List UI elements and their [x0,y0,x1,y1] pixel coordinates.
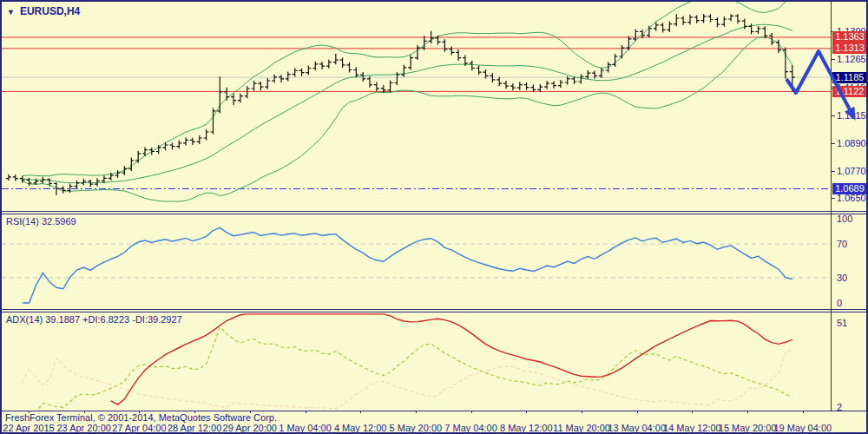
rsi-panel[interactable] [2,214,831,309]
rsi-tick-label: 0 [837,298,842,308]
panel-separator[interactable] [2,312,866,312]
time-tick-label: 19 May 04:00 [760,423,846,433]
rsi-tick-label: 70 [837,239,847,249]
panel-separator[interactable] [2,214,866,214]
rsi-chart[interactable] [2,214,831,309]
panel-separator[interactable] [2,309,866,310]
rsi-tick-label: 30 [837,273,847,283]
time-axis-line [2,411,866,411]
adx-chart[interactable] [2,312,831,411]
chart-title: EURUSD,H4 [20,5,80,17]
adx-indicator-label: ADX(14) 39.1887 +DI:6.8223 -DI:39.2927 [6,314,182,325]
price-chart[interactable] [2,2,866,211]
adx-panel[interactable] [2,312,831,411]
copyright-text: FreshForex Terminal, © 2001-2014, MetaQu… [5,412,277,423]
symbol-dropdown-icon[interactable]: ▼ [7,8,15,16]
adx-tick-label: 51 [837,318,847,328]
chart-title-bar: ▼EURUSD,H4 [7,5,80,17]
rsi-tick-label: 100 [837,214,852,224]
main-chart-panel[interactable] [2,2,866,211]
panel-separator[interactable] [2,211,866,212]
terminal-window: ▼EURUSD,H4 RSI(14) 32.5969 ADX(14) 39.18… [0,0,868,434]
rsi-indicator-label: RSI(14) 32.5969 [6,216,76,227]
